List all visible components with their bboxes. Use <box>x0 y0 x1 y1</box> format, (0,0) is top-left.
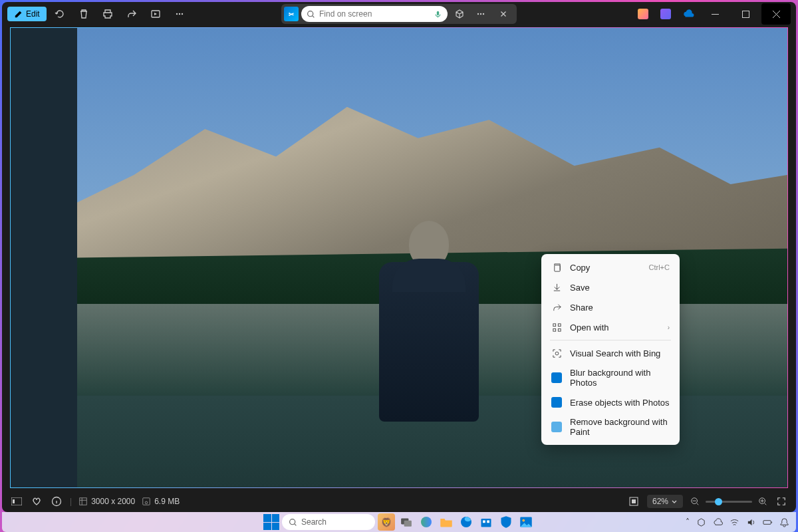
search-input-wrap[interactable] <box>301 6 448 22</box>
svg-point-7 <box>480 13 481 15</box>
taskbar-copilot[interactable] <box>418 513 435 531</box>
context-menu-label: Copy <box>570 263 641 273</box>
taskbar-explorer[interactable] <box>438 513 455 531</box>
delete-button[interactable] <box>73 3 94 25</box>
svg-rect-17 <box>13 499 15 503</box>
svg-rect-12 <box>558 323 561 326</box>
paint-icon <box>551 422 562 432</box>
slideshow-icon <box>150 9 161 19</box>
filmstrip-button[interactable] <box>10 491 23 512</box>
context-menu-separator <box>550 340 671 340</box>
svg-point-6 <box>477 13 479 15</box>
trash-icon <box>78 9 89 19</box>
dimensions-info: 3000 x 2000 <box>78 497 135 506</box>
edit-icon <box>14 9 23 19</box>
onedrive-button[interactable] <box>678 3 699 25</box>
edit-button[interactable]: Edit <box>7 7 47 21</box>
favorite-button[interactable] <box>30 491 43 512</box>
svg-rect-13 <box>553 329 555 331</box>
tray-onedrive-icon[interactable] <box>713 517 723 527</box>
print-icon <box>102 9 113 19</box>
filesize-info: 6.9 MB <box>142 497 180 506</box>
context-menu-save[interactable]: Save <box>545 277 676 297</box>
context-menu-share[interactable]: Share <box>545 297 676 317</box>
context-menu-remove-background-with-paint[interactable]: Remove background with Paint <box>545 412 676 442</box>
close-icon <box>773 11 780 18</box>
chevron-right-icon: › <box>668 324 670 331</box>
context-menu-label: Remove background with Paint <box>570 417 670 437</box>
statusbar-left: | 3000 x 2000 6.9 MB <box>10 491 180 512</box>
app-window: Edit ✂ <box>2 2 796 512</box>
openwith-icon <box>551 322 562 332</box>
heart-icon <box>31 496 42 507</box>
search-icon <box>289 518 297 527</box>
more-icon <box>174 9 185 19</box>
fullscreen-button[interactable] <box>775 491 788 512</box>
taskbar-edge[interactable] <box>458 513 475 531</box>
rotate-button[interactable] <box>49 3 70 25</box>
rotate-icon <box>55 9 65 19</box>
zoom-slider-thumb[interactable] <box>715 498 722 505</box>
share-button[interactable] <box>121 3 142 25</box>
search-close-button[interactable] <box>493 5 514 23</box>
context-menu-erase-objects-with-photos[interactable]: Erase objects with Photos <box>545 392 676 412</box>
maximize-button[interactable] <box>731 3 760 25</box>
start-button[interactable] <box>263 514 279 530</box>
svg-rect-23 <box>632 499 636 503</box>
context-menu-label: Open with <box>570 323 660 332</box>
taskbar-store[interactable] <box>477 513 495 531</box>
context-menu-shortcut: Ctrl+C <box>649 263 670 271</box>
copilot-button[interactable] <box>450 5 469 23</box>
more-button[interactable] <box>169 3 190 25</box>
tray-wifi-icon[interactable] <box>730 517 739 527</box>
svg-point-4 <box>308 11 313 16</box>
statusbar: | 3000 x 2000 6.9 MB 62% <box>2 491 796 512</box>
zoom-dropdown[interactable]: 62% <box>647 495 683 508</box>
designer-button[interactable] <box>632 3 654 25</box>
tray-volume-icon[interactable] <box>746 517 756 527</box>
fit-button[interactable] <box>627 491 640 512</box>
svg-rect-5 <box>437 11 439 15</box>
taskbar-widgets[interactable]: 🦁 <box>378 513 395 531</box>
context-menu-copy[interactable]: CopyCtrl+C <box>545 257 676 277</box>
zoom-slider <box>690 491 768 512</box>
share-icon <box>126 9 137 19</box>
svg-rect-37 <box>771 521 772 523</box>
clipchamp-icon <box>660 9 671 19</box>
zoom-out-button[interactable] <box>690 491 700 512</box>
taskbar-photos[interactable] <box>517 513 535 531</box>
designer-icon <box>638 9 648 19</box>
tray-copilot-icon[interactable] <box>696 517 706 527</box>
photos-icon <box>551 397 562 408</box>
mic-icon[interactable] <box>434 10 442 19</box>
slideshow-button[interactable] <box>145 3 166 25</box>
print-button[interactable] <box>97 3 118 25</box>
svg-point-2 <box>178 13 180 15</box>
context-menu-open-with[interactable]: Open with› <box>545 317 676 337</box>
save-icon <box>551 282 562 293</box>
taskbar-search[interactable]: Search <box>282 514 375 530</box>
search-input[interactable] <box>319 9 430 19</box>
minimize-button[interactable] <box>700 3 730 25</box>
info-button[interactable] <box>50 491 63 512</box>
canvas[interactable]: CopyCtrl+CSaveShareOpen with›Visual Sear… <box>10 27 788 488</box>
svg-rect-33 <box>487 521 489 523</box>
statusbar-right: 62% <box>627 491 788 512</box>
close-button[interactable] <box>761 3 791 25</box>
svg-point-26 <box>290 519 295 524</box>
taskbar-taskview[interactable] <box>398 513 415 531</box>
clipchamp-button[interactable] <box>655 3 676 25</box>
tray-notification-icon[interactable] <box>779 517 789 527</box>
tray-battery-icon[interactable] <box>763 517 773 527</box>
taskbar-security[interactable] <box>497 513 515 531</box>
tray-expand[interactable]: ˄ <box>686 517 690 527</box>
context-menu-visual-search-with-bing[interactable]: Visual Search with Bing <box>545 343 676 363</box>
search-more-button[interactable] <box>471 5 490 23</box>
svg-rect-36 <box>763 520 771 524</box>
taskbar: Search 🦁 ˄ <box>2 512 796 532</box>
context-menu-blur-background-with-photos[interactable]: Blur background with Photos <box>545 363 676 392</box>
context-menu-label: Blur background with Photos <box>570 368 670 388</box>
zoom-slider-track[interactable] <box>706 501 752 503</box>
zoom-in-button[interactable] <box>757 491 768 512</box>
toolbar-right <box>632 3 791 25</box>
